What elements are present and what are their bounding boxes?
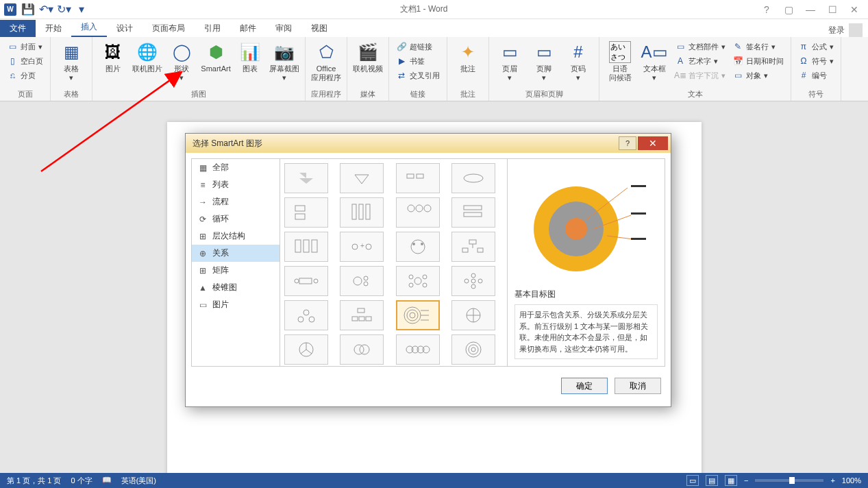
header-button[interactable]: ▭页眉▾ [493,40,526,84]
online-video-button[interactable]: 🎬联机视频 [351,40,384,75]
thumb[interactable] [451,163,495,193]
screenshot-button[interactable]: 📷屏幕截图▾ [268,40,301,84]
shapes-button[interactable]: ◯形状▾ [165,40,198,84]
wordart-button[interactable]: A艺术字 ▾ [672,54,728,68]
tab-design[interactable]: 设计 [107,20,142,37]
tab-home[interactable]: 开始 [36,20,71,37]
thumb[interactable]: + [340,232,384,262]
thumb[interactable] [451,266,495,296]
thumb[interactable] [284,334,328,365]
zoom-level[interactable]: 100% [842,476,861,485]
zoom-out-icon[interactable]: − [744,476,748,485]
qat-customize-icon[interactable]: ▾ [74,2,89,17]
thumb[interactable] [284,266,328,296]
thumb[interactable] [396,163,440,193]
picture-button[interactable]: 🖼图片 [97,40,129,75]
ok-button[interactable]: 确定 [561,378,608,394]
dialog-title: 选择 SmartArt 图形 [193,138,262,149]
status-words[interactable]: 0 个字 [71,476,92,486]
textbox-button[interactable]: A▭文本框▾ [638,40,671,84]
thumb[interactable] [396,197,440,228]
blank-page-button[interactable]: ▯空白页 [4,54,46,68]
thumb[interactable] [340,334,384,365]
dropcap-button[interactable]: A≣首字下沉 ▾ [672,69,728,82]
status-lang[interactable]: 英语(美国) [121,476,156,486]
doc-parts-button[interactable]: ▭文档部件 ▾ [672,40,728,53]
view-read-icon[interactable]: ▭ [686,475,699,486]
thumb[interactable] [396,334,440,365]
thumb[interactable] [340,300,384,330]
comment-button[interactable]: ✦批注 [451,40,484,75]
smartart-gallery[interactable]: + [280,158,508,367]
hyperlink-button[interactable]: 🔗超链接 [393,40,443,53]
thumb[interactable] [451,197,495,228]
zoom-slider[interactable] [755,479,823,482]
dialog-close-button[interactable]: ✕ [638,136,668,150]
smartart-button[interactable]: ⬢SmartArt [199,40,232,75]
tab-insert[interactable]: 插入 [71,19,107,37]
thumb[interactable] [284,197,328,228]
thumb[interactable] [284,300,328,330]
undo-icon[interactable]: ↶▾ [38,2,53,17]
tab-references[interactable]: 引用 [195,20,230,37]
equation-button[interactable]: π公式 ▾ [795,40,836,53]
cat-all[interactable]: ▦全部 [192,159,280,176]
thumb[interactable] [396,232,440,262]
cancel-button[interactable]: 取消 [615,378,661,394]
minimize-icon[interactable]: — [802,1,819,18]
tab-review[interactable]: 审阅 [266,20,301,37]
cover-page-button[interactable]: ▭封面 ▾ [4,40,46,53]
bookmark-button[interactable]: ▶书签 [393,54,443,68]
sigline-button[interactable]: ✎签名行 ▾ [730,40,786,53]
close-icon[interactable]: ✕ [846,1,863,18]
ribbon-options-icon[interactable]: ▢ [780,1,797,18]
tab-file[interactable]: 文件 [0,20,36,37]
page-break-button[interactable]: ⎌分页 [4,69,46,82]
thumb[interactable] [451,232,495,262]
status-page[interactable]: 第 1 页，共 1 页 [7,476,61,486]
chart-button[interactable]: 📊图表 [234,40,266,75]
dialog-help-button[interactable]: ? [619,136,636,150]
pagenum-button[interactable]: #页码▾ [562,40,595,84]
thumb[interactable] [451,334,495,365]
object-button[interactable]: ▭对象 ▾ [730,69,786,82]
cat-picture[interactable]: ▭图片 [192,296,280,313]
footer-button[interactable]: ▭页脚▾ [528,40,560,84]
thumb[interactable] [284,232,328,262]
status-proof-icon[interactable]: 📖 [102,476,112,486]
crossref-button[interactable]: ⇄交叉引用 [393,69,443,82]
thumb[interactable] [340,197,384,228]
thumb-basic-target[interactable] [396,300,440,330]
zoom-in-icon[interactable]: + [830,476,834,485]
datetime-button[interactable]: 📅日期和时间 [730,54,786,68]
thumb[interactable] [284,163,328,193]
cat-pyramid[interactable]: ▲棱锥图 [192,279,280,296]
table-button[interactable]: ▦表格▾ [55,40,88,84]
cat-relationship[interactable]: ⊕关系 [192,245,280,262]
view-web-icon[interactable]: ▦ [725,475,737,486]
thumb[interactable] [340,266,384,296]
online-picture-button[interactable]: 🌐联机图片 [131,40,164,75]
view-print-icon[interactable]: ▤ [706,475,718,486]
save-icon[interactable]: 💾 [21,2,36,17]
symbol-button[interactable]: Ω符号 ▾ [795,54,836,68]
thumb[interactable] [340,163,384,193]
thumb[interactable] [396,266,440,296]
jp-greeting-button[interactable]: あいさつ日语 问候语 [604,40,636,84]
login-link[interactable]: 登录 [828,25,845,36]
cat-process[interactable]: →流程 [192,193,280,210]
tab-layout[interactable]: 页面布局 [142,20,195,37]
cat-cycle[interactable]: ⟳循环 [192,210,280,228]
maximize-icon[interactable]: ☐ [824,1,841,18]
cat-list[interactable]: ≡列表 [192,176,280,193]
avatar-icon[interactable] [849,23,863,37]
tab-mailings[interactable]: 邮件 [230,20,266,37]
office-apps-button[interactable]: ⬠Office 应用程序 [310,40,343,84]
redo-icon[interactable]: ↻▾ [56,2,71,17]
number-button[interactable]: #编号 [795,69,836,82]
tab-view[interactable]: 视图 [301,20,337,37]
help-icon[interactable]: ? [758,1,775,18]
cat-matrix[interactable]: ⊞矩阵 [192,262,280,279]
cat-hierarchy[interactable]: ⊞层次结构 [192,228,280,245]
thumb[interactable] [451,300,495,330]
